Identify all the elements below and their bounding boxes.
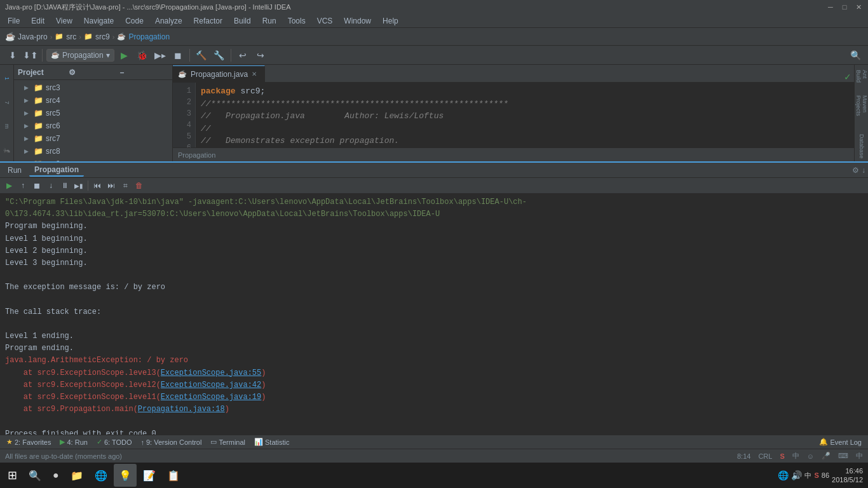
bottom-tab-propagation[interactable]: Propagation (29, 164, 84, 177)
editor-tab-propagation[interactable]: ☕ Propagation.java ✕ (173, 65, 265, 82)
sync-indicator: ✓ (844, 72, 851, 82)
sidebar-project-icon[interactable]: 1 (1, 67, 13, 90)
project-collapse-btn[interactable]: – (120, 68, 168, 77)
encoding-indicator[interactable]: CRL (758, 452, 772, 460)
taskbar-cortana-btn[interactable]: ● (48, 464, 64, 487)
sidebar-maven-icon[interactable]: m (1, 115, 13, 138)
taskbar-search-btn[interactable]: 🔍 (24, 464, 46, 487)
menu-edit[interactable]: Edit (26, 15, 50, 27)
ime-indicator[interactable]: 中 (792, 451, 799, 461)
tree-item-src5[interactable]: ▶ 📁 src5 (14, 107, 172, 119)
bsb-version-control[interactable]: ↑ 9: Version Control (137, 437, 206, 447)
bsb-run[interactable]: ▶ 4: Run (56, 437, 91, 447)
tree-item-src8[interactable]: ▶ 📁 src8 (14, 145, 172, 158)
taskbar-extra-btn[interactable]: 📋 (162, 464, 185, 487)
next-occurrence-btn[interactable]: ⏭ (105, 179, 118, 192)
taskbar-file-btn[interactable]: 📁 (65, 464, 88, 487)
close-button[interactable]: ✕ (854, 3, 863, 11)
tab-close-btn[interactable]: ✕ (252, 71, 257, 78)
maven-projects-icon[interactable]: Maven Projects (855, 93, 868, 131)
search-btn[interactable]: 🔍 (848, 48, 863, 63)
event-log-icon: 🔔 (819, 438, 828, 446)
menu-file[interactable]: File (3, 15, 25, 27)
bsb-todo[interactable]: ✓ 6: TODO (93, 437, 136, 447)
nav-propagation[interactable]: Propagation (128, 32, 170, 41)
bottom-status-bar: ★ 2: Favorites ▶ 4: Run ✓ 6: TODO ↑ 9: V… (0, 435, 868, 449)
menu-analyze[interactable]: Analyze (150, 15, 187, 27)
menu-build[interactable]: Build (229, 15, 256, 27)
menu-run[interactable]: Run (257, 15, 281, 27)
bsb-statistic[interactable]: 📊 Statistic (250, 437, 294, 447)
tray-ime-s[interactable]: S (814, 471, 818, 479)
prev-occurrence-btn[interactable]: ⏮ (91, 179, 104, 192)
nav-java-pro[interactable]: Java-pro (18, 32, 48, 41)
scroll-up-btn[interactable]: ↑ (17, 179, 29, 192)
taskbar-intellij-btn[interactable]: 💡 (114, 464, 137, 487)
toolbar-sync-btn[interactable]: ⬇⬆ (23, 48, 38, 63)
maximize-button[interactable]: □ (840, 3, 849, 11)
tray-lang-cn[interactable]: 中 (804, 471, 811, 480)
redo-btn[interactable]: ↪ (253, 48, 268, 63)
link-exception-scope-55[interactable]: ExceptionScope.java:55 (161, 369, 261, 377)
link-propagation-18[interactable]: Propagation.java:18 (138, 405, 225, 414)
menu-code[interactable]: Code (120, 15, 149, 27)
debug-button[interactable]: 🐞 (135, 48, 150, 63)
stop-run-btn[interactable]: ◼ (31, 179, 43, 192)
taskbar-chrome-btn[interactable]: 🌐 (90, 464, 112, 487)
tray-vol-icon[interactable]: 🔊 (791, 470, 802, 480)
scroll-down-btn[interactable]: ↓ (44, 179, 57, 192)
toolbar-download-btn[interactable]: ⬇ (5, 48, 20, 63)
link-exception-scope-19[interactable]: ExceptionScope.java:19 (161, 393, 261, 402)
bottom-panel-min-btn[interactable]: ↓ (862, 166, 865, 175)
code-content[interactable]: package src9; //************************… (196, 83, 854, 147)
code-editor[interactable]: 1 2 3 4 5 6 7 package src9; //**********… (173, 83, 854, 147)
menu-refactor[interactable]: Refactor (189, 15, 227, 27)
step-btn[interactable]: ▶▮ (72, 179, 85, 192)
minimize-button[interactable]: ─ (826, 3, 835, 11)
toolbar-sep-1 (42, 49, 43, 62)
lang-indicator[interactable]: S (780, 452, 784, 460)
sidebar-ant-icon[interactable]: 🐜 (1, 139, 13, 162)
bottom-tab-run[interactable]: Run (3, 165, 27, 176)
tray-net-icon[interactable]: 🌐 (778, 470, 789, 480)
tray-clock[interactable]: 16:46 2018/5/12 (832, 466, 863, 485)
tree-item-src4[interactable]: ▶ 📁 src4 (14, 94, 172, 107)
pause-btn[interactable]: ⏸ (58, 179, 71, 192)
event-log-btn[interactable]: 🔔 Event Log (815, 437, 865, 447)
clear-output-btn[interactable]: 🗑 (133, 179, 146, 192)
status-right: 8:14 CRL S 中 ☺ 🎤 ⌨ 中 (737, 451, 863, 461)
taskbar-word-btn[interactable]: 📝 (138, 464, 161, 487)
run-button[interactable]: ▶ (117, 48, 132, 63)
nav-src9[interactable]: src9 (95, 32, 110, 41)
undo-btn[interactable]: ↩ (235, 48, 250, 63)
run-with-coverage-btn[interactable]: ▶▸ (153, 48, 168, 63)
soft-wrap-btn[interactable]: ⌗ (119, 179, 132, 192)
run-config-icon: ☕ (51, 51, 60, 59)
tree-item-src3[interactable]: ▶ 📁 src3 (14, 81, 172, 94)
menu-view[interactable]: View (51, 15, 78, 27)
rebuild-btn[interactable]: 🔧 (212, 48, 227, 63)
menu-help[interactable]: Help (377, 15, 403, 27)
sidebar-structure-icon[interactable]: 7 (1, 92, 13, 114)
project-settings-btn[interactable]: ⚙ (69, 68, 117, 77)
ant-build-icon[interactable]: Ant Build (855, 67, 868, 92)
tree-item-src6[interactable]: ▶ 📁 src6 (14, 119, 172, 132)
bottom-panel-settings-btn[interactable]: ⚙ (852, 166, 859, 175)
bsb-terminal[interactable]: ▭ Terminal (207, 437, 249, 447)
link-exception-scope-42[interactable]: ExceptionScope.java:42 (161, 381, 261, 390)
tree-label-src3: src3 (46, 83, 60, 92)
menu-window[interactable]: Window (339, 15, 376, 27)
start-button[interactable]: ⊞ (3, 464, 22, 487)
nav-src[interactable]: src (66, 32, 76, 41)
menu-tools[interactable]: Tools (283, 15, 311, 27)
line-col-indicator[interactable]: 8:14 (737, 452, 750, 460)
database-icon[interactable]: Database (858, 132, 865, 161)
run-config-dropdown[interactable]: ☕ Propagation ▾ (46, 49, 114, 62)
build-btn[interactable]: 🔨 (194, 48, 209, 63)
tree-item-src7[interactable]: ▶ 📁 src7 (14, 132, 172, 145)
stop-button[interactable]: ◼ (170, 48, 186, 63)
rerun-btn[interactable]: ▶ (3, 179, 15, 192)
bsb-favorites[interactable]: ★ 2: Favorites (3, 437, 55, 447)
menu-vcs[interactable]: VCS (312, 15, 338, 27)
menu-navigate[interactable]: Navigate (79, 15, 119, 27)
